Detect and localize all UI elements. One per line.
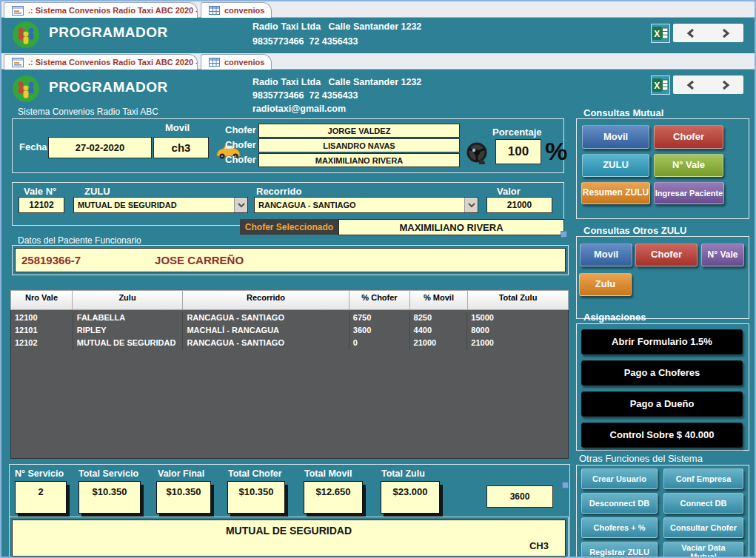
resumen-zulu-button[interactable]: Resumen ZULU: [581, 182, 650, 204]
chofer-field-2[interactable]: LISANDRO NAVAS: [258, 138, 460, 152]
fecha-label: Fecha: [19, 141, 47, 152]
column-header[interactable]: Recorrido: [183, 290, 349, 310]
chevron-down-icon[interactable]: [464, 198, 478, 212]
chofer-label-3: Chofer: [225, 154, 256, 165]
next-record-button[interactable]: [720, 80, 731, 90]
recorrido-combobox-value: RANCAGUA - SANTIAGO: [258, 201, 356, 209]
otros-zulu-button[interactable]: Zulu: [579, 273, 632, 296]
column-header[interactable]: % Chofer: [349, 290, 410, 310]
otros-nvale-button[interactable]: N° Vale: [701, 243, 744, 266]
recorrido-combobox[interactable]: RANCAGUA - SANTIAGO: [254, 197, 478, 213]
abrir-formulario-button[interactable]: Abrir Formulario 1.5%: [581, 329, 743, 354]
table-row[interactable]: 12102 MUTUAL DE SEGURIDAD RANCAGUA - SAN…: [11, 337, 568, 350]
vaciar-data-mutual-button[interactable]: Vaciar Data Mutual: [663, 542, 743, 558]
tab-label: .: Sistema Convenios Radio Taxi ABC 2020…: [28, 6, 198, 15]
otras-funciones-title: Otras Funciones del Sistema: [579, 453, 703, 464]
pago-choferes-button[interactable]: Pago a Choferes: [581, 360, 743, 386]
cell-nro-vale: 12101: [11, 325, 73, 337]
chofer-field-1[interactable]: JORGE VALDEZ: [258, 124, 460, 138]
crear-usuario-button[interactable]: Crear Usuario: [581, 468, 658, 489]
mutual-chofer-button[interactable]: Chofer: [654, 125, 723, 149]
column-header[interactable]: Nro Vale: [10, 290, 73, 310]
form-icon: [12, 58, 24, 67]
total-label: Total Servicio: [78, 468, 138, 479]
zulu-label: ZULU: [84, 186, 110, 197]
svg-text:X: X: [654, 29, 660, 39]
zulu-combobox[interactable]: MUTUAL DE SEGURIDAD: [73, 197, 248, 213]
connect-db-button[interactable]: Connect DB: [663, 493, 743, 514]
total-label: Total Zulu: [381, 468, 425, 479]
chofer-seleccionado-label: Chofer Seleccionado: [240, 219, 338, 235]
tab-datasheet-convenios[interactable]: convenios: [201, 2, 272, 18]
cell-pct-chofer: 0: [349, 337, 410, 350]
valor-field[interactable]: 21000: [486, 197, 552, 213]
chofer-label-1: Chofer: [225, 124, 256, 135]
total-value-field: $10.350: [78, 481, 141, 514]
excel-icon: X: [652, 77, 669, 93]
total-label: Total Chofer: [228, 468, 282, 479]
mutual-nvale-button[interactable]: N° Vale: [654, 154, 723, 177]
fecha-field[interactable]: 27-02-2020: [48, 137, 152, 158]
mutual-zulu-button[interactable]: ZULU: [582, 154, 649, 177]
tab-label: convenios: [224, 58, 264, 67]
next-record-button[interactable]: [720, 28, 731, 38]
conf-empresa-button[interactable]: Conf Empresa: [663, 468, 743, 489]
chevron-down-icon[interactable]: [234, 198, 247, 212]
cell-nro-vale: 12100: [11, 312, 73, 325]
desconnect-db-button[interactable]: Desconnect DB: [581, 493, 658, 514]
ingresar-paciente-button[interactable]: Ingresar Paciente: [654, 182, 724, 204]
tab-bar-inner: .: Sistema Convenios Radio Taxi ABC 2020…: [1, 53, 755, 70]
movil-field[interactable]: ch3: [153, 137, 209, 158]
cell-total-zulu: 15000: [467, 312, 568, 325]
tab-datasheet-convenios[interactable]: convenios: [201, 54, 272, 70]
zulu-combobox-value: MUTUAL DE SEGURIDAD: [78, 201, 177, 209]
paciente-field[interactable]: 25819366-7 JOSE CARREÑO: [15, 248, 566, 272]
chofer-field-3[interactable]: MAXIMILIANO RIVERA: [258, 153, 460, 167]
total-value-field: $10.350: [156, 481, 211, 514]
consultas-otros-title: Consultas Otros ZULU: [583, 225, 686, 236]
cell-recorrido: RANCAGUA - SANTIAGO: [183, 312, 349, 325]
cell-recorrido: MACHALÍ - RANCAGUA: [183, 325, 349, 337]
company-line: Radio Taxi Ltda Calle Santander 1232: [252, 77, 421, 87]
cell-pct-chofer: 3600: [349, 325, 410, 337]
banner-movil-text: CH3: [529, 540, 549, 551]
movil-label: Movil: [165, 122, 190, 133]
porcentaje-label: Porcentaje: [492, 127, 541, 138]
export-excel-button[interactable]: X: [651, 75, 670, 95]
cell-nro-vale: 12102: [11, 337, 73, 350]
tab-form-main[interactable]: .: Sistema Convenios Radio Taxi ABC 2020…: [4, 54, 198, 70]
tab-form-main[interactable]: .: Sistema Convenios Radio Taxi ABC 2020…: [4, 2, 198, 18]
cell-pct-movil: 8250: [410, 312, 468, 325]
column-header[interactable]: Total Zulu: [468, 290, 569, 310]
tab-bar-top: .: Sistema Convenios Radio Taxi ABC 2020…: [1, 1, 755, 18]
column-header[interactable]: % Movil: [410, 290, 468, 310]
cell-zulu: RIPLEY: [73, 325, 184, 337]
choferes-pct-button[interactable]: Choferes + %: [581, 517, 658, 538]
export-excel-button[interactable]: X: [651, 24, 670, 43]
mutual-movil-button[interactable]: Movil: [582, 125, 649, 149]
cell-zulu: FALABELLA: [73, 312, 184, 325]
otros-chofer-button[interactable]: Chofer: [635, 243, 698, 266]
registrar-zulu-button[interactable]: Registrar ZULU: [581, 542, 658, 558]
vale-field[interactable]: 12102: [19, 197, 64, 213]
total-label: Valor Final: [158, 468, 204, 479]
otros-movil-button[interactable]: Movil: [580, 243, 632, 266]
total-label: Total Movil: [304, 468, 352, 479]
previous-record-button[interactable]: [686, 28, 696, 38]
previous-record-button[interactable]: [686, 80, 696, 90]
cell-zulu: MUTUAL DE SEGURIDAD: [73, 337, 184, 350]
porcentaje-field[interactable]: 100: [495, 139, 541, 164]
total-value-field: $23.000: [381, 481, 440, 514]
cell-total-zulu: 21000: [467, 337, 568, 350]
paciente-section-label: Datos del Paciente Funcionario: [18, 235, 141, 246]
email-line: radiotaxi@gmail.com: [252, 104, 346, 114]
app-window: .: Sistema Convenios Radio Taxi ABC 2020…: [0, 0, 756, 558]
table-row[interactable]: 12101 RIPLEY MACHALÍ - RANCAGUA 3600 440…: [11, 325, 568, 337]
table-row[interactable]: 12100 FALABELLA RANCAGUA - SANTIAGO 6750…: [11, 312, 568, 325]
pago-dueno-button[interactable]: Pago a Dueño: [581, 391, 743, 417]
extra-value-field[interactable]: 3600: [486, 485, 553, 508]
control-sobre-button[interactable]: Control Sobre $ 40.000: [581, 423, 743, 448]
cell-recorrido: RANCAGUA - SANTIAGO: [183, 337, 349, 350]
column-header[interactable]: Zulu: [73, 290, 183, 310]
consultar-chofer-button[interactable]: Consultar Chofer: [663, 517, 743, 538]
